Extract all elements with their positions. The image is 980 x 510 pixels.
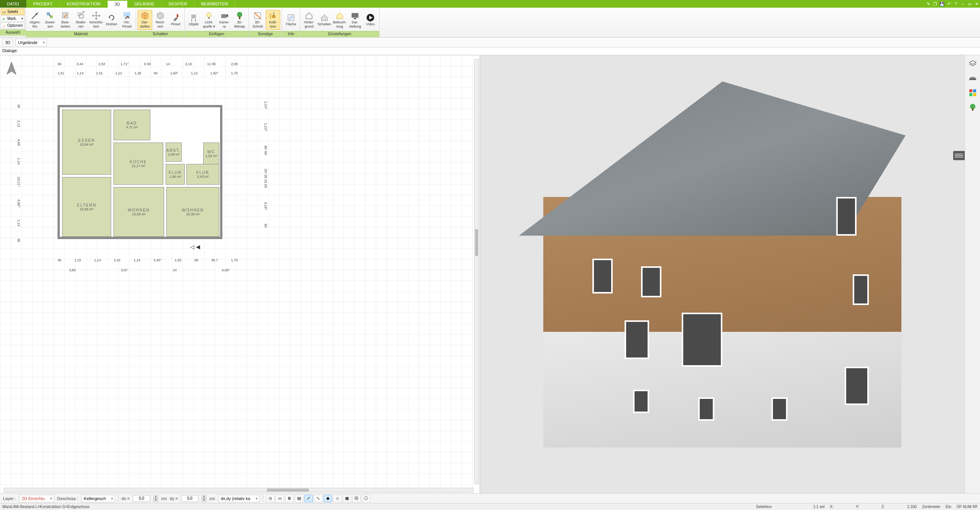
svg-rect-25 [969,93,972,96]
select-rect-icon[interactable]: ▭ [276,495,284,502]
north-arrow-icon [3,61,20,77]
eyedropper-icon [30,11,39,20]
chair-icon [189,13,198,22]
dx-label: dx = [122,496,130,501]
menu-gelaende[interactable]: GELÄNDE [127,0,162,8]
palette-icon[interactable] [968,88,977,97]
grid-icon[interactable]: ▦ [343,495,351,502]
geschoss-label: Geschoss : [57,496,78,501]
drehen-button[interactable]: Drehen [104,12,119,28]
ribbon-group-label: Sonstige [249,31,282,37]
room-flur: FLUR3,43 m² [186,164,219,185]
video-button[interactable]: Video [363,12,378,28]
optionen-button[interactable]: ＋Optionen [1,22,25,29]
dim-label: 3,44 [77,62,84,66]
kollision-button[interactable]: Kolli- sion [266,10,280,30]
bitmap-button[interactable]: 3D- Bitmap [232,10,247,30]
layers2-icon[interactable]: ≣ [285,495,294,502]
dim-label: 2,41 [114,258,121,262]
hide-dims-icon[interactable]: ⤡ [314,495,322,502]
dim-label: 36 [58,258,61,262]
side-panel-toggle[interactable] [953,151,965,160]
menu-sichten[interactable]: SICHTEN [161,0,194,8]
darstellen-button[interactable]: Dar- stellen [138,10,152,30]
flaeche-button[interactable]: Fläche [284,12,298,28]
restore-icon[interactable]: ▭ [966,0,973,8]
save-icon[interactable]: 💾 [939,0,945,8]
coord-mode-select[interactable]: dx,dy (relativ ka [218,495,260,502]
ribbon-group-label: Auswahl [0,30,26,36]
help-icon[interactable]: ? [952,0,959,8]
layer-dropdown[interactable]: Urgelände [15,39,47,46]
dim-label: 1,15 [74,258,81,262]
selekt-button[interactable]: ▭Selekt [1,8,25,15]
darstellung-button[interactable]: Dar- stellung [348,10,362,30]
menu-projekt[interactable]: PROJEKT [26,0,60,8]
fill-icon[interactable]: ◆ [324,495,332,502]
menu-3d[interactable]: 3D [108,0,127,8]
pencil-icon[interactable]: ✎ [925,0,932,8]
dim-label: 1,71⁵ [120,62,129,66]
bearbeiten-button[interactable]: Bear- beiten [58,10,73,30]
copy-icon[interactable]: ❐ [932,0,939,8]
layers-icon[interactable] [968,59,977,68]
mark-button[interactable]: ✔Mark.▾ [1,15,25,22]
dx-spinner[interactable]: ▲▼ [153,495,158,502]
close-icon[interactable]: ✕ [973,0,980,8]
menu-bearbeiten[interactable]: BEARBEITEN [194,0,235,8]
horizontal-scrollbar[interactable] [4,488,474,492]
minimize-icon[interactable]: – [959,0,966,8]
schnitt-button[interactable]: 3D- Schnitt [250,10,265,30]
geschoss-select[interactable]: Kellergesch [81,495,115,502]
show-dims-icon[interactable]: ⤢ [304,495,313,502]
hinpinsel-button[interactable]: Hin. Pinsel [120,10,134,30]
clock-icon[interactable]: ◷ [266,495,275,502]
menu-konstruktion[interactable]: KONSTRUKTION [60,0,107,8]
zuweisen-button[interactable]: Zuwei- sen [43,10,58,30]
play-icon [366,13,375,22]
vertical-scrollbar[interactable] [474,59,479,484]
tree2-icon[interactable] [968,103,977,112]
schatten2-button[interactable]: Schatten [317,12,332,28]
ribbon-group-label: Einstellungen [300,31,379,37]
objekt-button[interactable]: Objekt [186,12,201,28]
plus-icon: ＋ [2,24,6,28]
camera-icon [220,11,229,20]
undo-icon[interactable]: ↶ [945,0,952,8]
svg-rect-11 [208,17,210,19]
verschieben-button[interactable]: Verschie- ben [89,10,104,30]
dx-input[interactable]: 0,0 [133,495,150,502]
north-icon[interactable]: Ⓝ [352,495,361,502]
pinsel-button[interactable]: Pinsel [168,12,183,28]
skalieren-button[interactable]: Skalie- ren [74,10,88,30]
menu-datei[interactable]: DATEI [0,0,26,8]
bottom-toolbar: Layer : 2D Einrichtu Geschoss : Kellerge… [0,493,980,503]
dim-label: 2,08 [231,62,238,66]
info-dot-icon[interactable]: ⓘ [362,495,370,502]
3d-view[interactable] [480,55,965,493]
outline-icon[interactable]: ◇ [333,495,342,502]
dim-label: 2,19 [185,62,192,66]
svg-rect-24 [973,89,976,92]
2d-plan-view[interactable]: 363,442,521,71⁵6 69142,1911 952,08 1,511… [0,55,480,493]
view-mode-pill[interactable]: 3D [2,39,13,46]
dim-label: 1,14 [77,71,84,75]
abgreifen-button[interactable]: Abgrei- fen [28,10,42,30]
room-flur: FLUR1,96 m² [166,164,185,185]
dy-spinner[interactable]: ▲▼ [202,495,206,502]
house-model [519,82,926,467]
dim-label: 11 95 [207,62,216,66]
layer-select[interactable]: 2D Einrichtu [19,495,54,502]
furniture-icon[interactable] [968,74,977,83]
stack-icon[interactable]: ▤ [295,495,303,502]
beleuchtung-button[interactable]: Beleuch- tung [332,10,347,30]
status-bar: Wand AW-Bestand L=Konstruktion G=Erdgesc… [0,503,980,510]
lichtquelle-button[interactable]: Licht- quelle ▾ [202,10,216,30]
hintergrund-button[interactable]: Hinter- grund [302,10,316,30]
kamera-button[interactable]: Kame- ra [217,10,232,30]
ribbon-group-label: Material [26,31,136,37]
dim-label: 1,26 [135,71,141,75]
home-light-icon [335,11,344,20]
dy-input[interactable]: 0,0 [181,495,199,502]
rechnen-button[interactable]: Rech- nen [153,10,168,30]
